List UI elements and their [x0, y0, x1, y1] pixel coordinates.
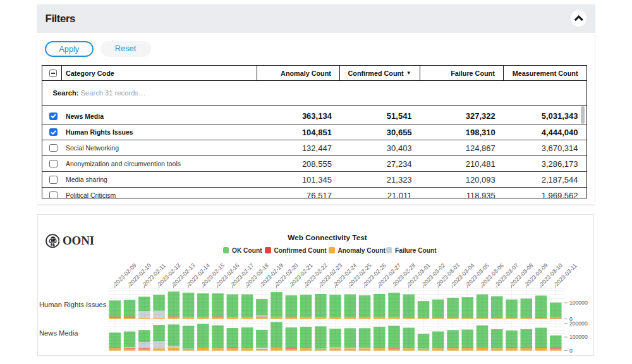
- svg-text:100000: 100000: [569, 300, 588, 306]
- svg-text:0: 0: [569, 348, 573, 354]
- svg-text:200000: 200000: [569, 320, 588, 327]
- svg-text:100000: 100000: [569, 334, 588, 340]
